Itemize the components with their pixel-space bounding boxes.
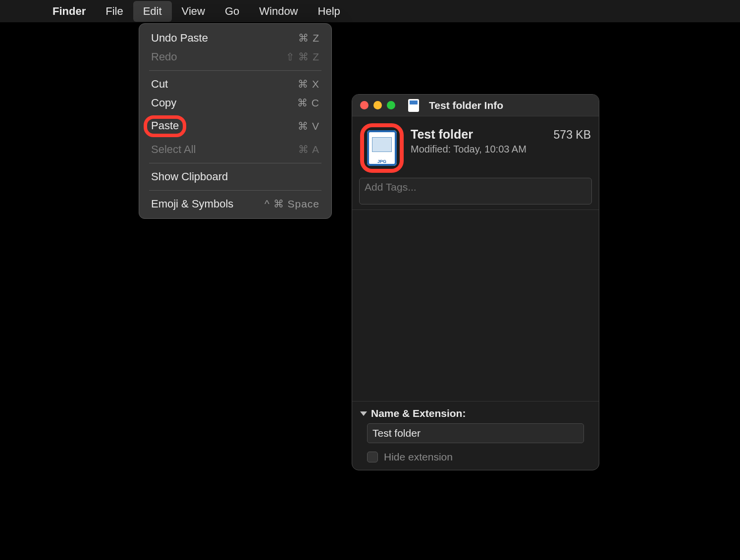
menu-item-emoji-symbols[interactable]: Emoji & Symbols ^ ⌘ Space (139, 195, 331, 213)
menu-item-select-all: Select All ⌘ A (139, 140, 331, 159)
chevron-down-icon (360, 411, 367, 416)
menu-item-shortcut: ^ ⌘ Space (264, 198, 319, 210)
hide-extension-row[interactable]: Hide extension (352, 448, 599, 470)
section-name-and-extension[interactable]: Name & Extension: (352, 402, 599, 423)
tags-placeholder: Add Tags... (365, 181, 417, 193)
name-extension-value: Test folder (372, 427, 421, 439)
menu-item-label: Copy (151, 97, 176, 109)
menu-item-label: Redo (151, 51, 177, 63)
hide-extension-checkbox[interactable] (367, 452, 378, 462)
file-preview-icon[interactable] (367, 130, 397, 166)
menu-item-shortcut: ⌘ V (298, 120, 319, 132)
info-modified-line: Modified: Today, 10:03 AM (411, 144, 591, 155)
info-file-size: 573 KB (554, 128, 591, 142)
section-title: Name & Extension: (371, 407, 466, 419)
name-extension-input[interactable]: Test folder (367, 423, 584, 443)
menu-item-undo-paste[interactable]: Undo Paste ⌘ Z (139, 29, 331, 48)
window-close-button[interactable] (360, 101, 369, 109)
tags-input[interactable]: Add Tags... (359, 178, 592, 204)
get-info-window: Test folder Info Test folder 573 KB Modi… (352, 94, 599, 470)
menubar-item-go[interactable]: Go (215, 1, 249, 22)
menu-separator (149, 70, 321, 71)
info-modified-value: Today, 10:03 AM (453, 144, 527, 154)
menu-item-shortcut: ⌘ X (298, 78, 319, 90)
menu-separator (149, 163, 321, 163)
menu-item-label: Paste (151, 119, 179, 132)
menubar-item-edit[interactable]: Edit (133, 1, 172, 22)
menubar: Finder File Edit View Go Window Help (0, 0, 740, 22)
menubar-item-help[interactable]: Help (308, 1, 350, 22)
window-zoom-button[interactable] (387, 101, 395, 109)
info-file-name: Test folder (411, 127, 473, 142)
annotation-highlight-icon: Paste (144, 115, 186, 137)
menu-item-paste[interactable]: Paste ⌘ V (139, 112, 331, 140)
menu-item-label: Select All (151, 143, 196, 156)
hide-extension-label: Hide extension (384, 451, 453, 463)
menu-item-shortcut: ⌘ A (298, 144, 319, 155)
menu-item-redo: Redo ⇧ ⌘ Z (139, 48, 331, 66)
menu-item-shortcut: ⌘ C (297, 97, 319, 109)
menu-item-copy[interactable]: Copy ⌘ C (139, 94, 331, 112)
info-summary-section: Test folder 573 KB Modified: Today, 10:0… (352, 116, 599, 176)
menubar-item-view[interactable]: View (172, 1, 215, 22)
menubar-item-window[interactable]: Window (249, 1, 308, 22)
menu-item-cut[interactable]: Cut ⌘ X (139, 75, 331, 94)
info-modified-label: Modified: (411, 144, 451, 154)
menu-item-shortcut: ⌘ Z (298, 32, 319, 44)
menu-separator (149, 190, 321, 191)
menu-item-shortcut: ⇧ ⌘ Z (286, 51, 320, 63)
menu-item-label: Emoji & Symbols (151, 198, 233, 210)
menubar-item-file[interactable]: File (96, 1, 133, 22)
collapsed-sections-area (352, 209, 599, 402)
annotation-highlight-icon (360, 123, 404, 173)
menubar-app-name[interactable]: Finder (43, 1, 96, 22)
window-minimize-button[interactable] (373, 101, 382, 109)
menu-item-show-clipboard[interactable]: Show Clipboard (139, 167, 331, 186)
menu-item-label: Cut (151, 78, 168, 91)
window-title: Test folder Info (429, 100, 503, 111)
file-icon (408, 99, 419, 112)
menu-item-label: Undo Paste (151, 32, 208, 45)
window-titlebar[interactable]: Test folder Info (352, 95, 599, 116)
apple-logo-icon[interactable] (15, 5, 28, 18)
menu-item-label: Show Clipboard (151, 170, 228, 183)
edit-menu-dropdown: Undo Paste ⌘ Z Redo ⇧ ⌘ Z Cut ⌘ X Copy ⌘… (139, 23, 332, 219)
